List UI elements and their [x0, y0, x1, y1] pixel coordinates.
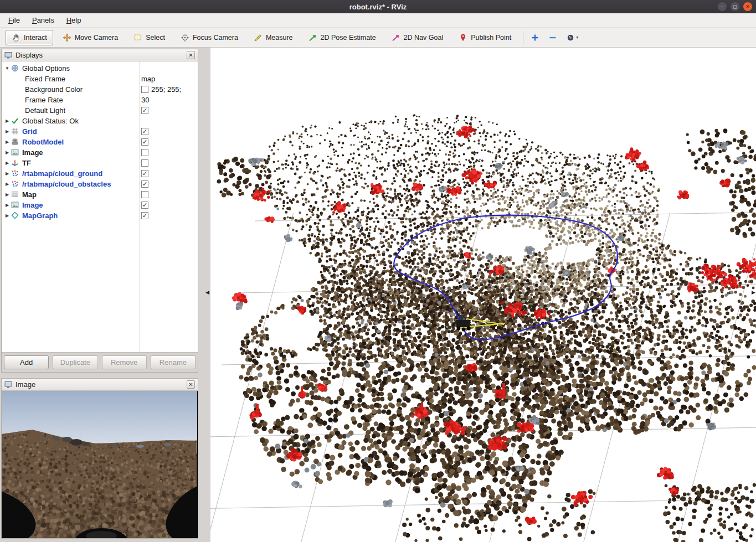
- tool-move-camera-button[interactable]: Move Camera: [56, 30, 125, 45]
- tree-row-left: Fixed Frame: [2, 74, 65, 84]
- tool-measure-button[interactable]: Measure: [248, 30, 299, 45]
- enabled-checkbox[interactable]: ✓: [141, 107, 148, 114]
- tree-row-rtabmap-cloud-obstacles[interactable]: ▶/rtabmap/cloud_obstacles✓: [2, 179, 198, 189]
- tree-row-value: [141, 158, 148, 168]
- displays-buttons-bar: AddDuplicateRemoveRename: [2, 352, 198, 372]
- expand-arrow-icon[interactable]: ▶: [3, 161, 11, 166]
- value-text[interactable]: 255; 255;: [151, 85, 181, 94]
- tree-row-rtabmap-cloud-ground[interactable]: ▶/rtabmap/cloud_ground✓: [2, 168, 198, 179]
- value-text[interactable]: 30: [141, 96, 149, 104]
- expand-arrow-icon[interactable]: ▶: [3, 171, 11, 176]
- expand-arrow-icon[interactable]: ▶: [3, 140, 11, 144]
- image-panel-header[interactable]: Image ✕: [2, 379, 198, 391]
- tree-row-left: ▶Map: [2, 189, 37, 200]
- move-camera-icon: [63, 33, 71, 42]
- expand-arrow-icon[interactable]: ▶: [3, 129, 11, 134]
- tree-row-image[interactable]: ▶Image✓: [2, 200, 198, 210]
- enabled-checkbox[interactable]: ✓: [141, 128, 148, 135]
- tree-row-label: Grid: [22, 127, 37, 136]
- tree-row-background-color[interactable]: Background Color255; 255;: [2, 84, 198, 95]
- enabled-checkbox[interactable]: [141, 149, 148, 156]
- tree-row-label: /rtabmap/cloud_obstacles: [22, 180, 111, 188]
- enabled-checkbox[interactable]: ✓: [141, 202, 148, 209]
- color-swatch[interactable]: [141, 86, 148, 93]
- tree-row-value: ✓: [141, 179, 148, 189]
- viewport: ▶: [210, 48, 756, 542]
- enabled-checkbox[interactable]: [141, 159, 148, 167]
- measure-icon: [254, 33, 263, 42]
- expand-arrow-icon[interactable]: ▶: [3, 118, 11, 123]
- image-canvas: [2, 391, 197, 538]
- remove-button[interactable]: Remove: [102, 355, 147, 369]
- tree-row-label: /rtabmap/cloud_ground: [22, 169, 102, 178]
- enabled-checkbox[interactable]: ✓: [141, 138, 148, 146]
- tree-row-label: Map: [22, 190, 37, 199]
- rename-button[interactable]: Rename: [151, 355, 196, 369]
- tree-row-label: Frame Rate: [25, 96, 63, 104]
- tool-focus-camera-button[interactable]: Focus Camera: [174, 30, 244, 45]
- enabled-checkbox[interactable]: ✓: [141, 170, 148, 177]
- displays-panel-header[interactable]: Displays ✕: [2, 49, 198, 61]
- tree-row-label: Image: [22, 201, 43, 209]
- toolbar-tools: InteractMove CameraSelectFocus CameraMea…: [6, 30, 517, 45]
- tree-row-left: ▶Grid: [2, 126, 37, 137]
- toolbar-extras: ▾: [529, 32, 580, 44]
- maximize-icon: ◻: [733, 4, 737, 9]
- mapgraph-icon: [11, 211, 19, 220]
- viewport-canvas[interactable]: [210, 48, 756, 542]
- tree-row-robotmodel[interactable]: ▶RobotModel✓: [2, 137, 198, 147]
- enabled-checkbox[interactable]: ✓: [141, 212, 148, 219]
- expand-arrow-icon[interactable]: ▶: [3, 203, 11, 208]
- tree-row-value: ✓: [141, 126, 148, 137]
- tree-row-global-status-ok[interactable]: ▶Global Status: Ok: [2, 116, 198, 126]
- tree-row-tf[interactable]: ▶TF: [2, 158, 198, 168]
- remove-tool-button[interactable]: [547, 32, 559, 44]
- tool-label: Focus Camera: [193, 34, 238, 42]
- value-text[interactable]: map: [141, 75, 155, 83]
- duplicate-button[interactable]: Duplicate: [53, 355, 97, 369]
- displays-panel-close-button[interactable]: ✕: [187, 51, 195, 59]
- tree-row-map[interactable]: ▶Map: [2, 189, 198, 200]
- tree-row-fixed-frame[interactable]: Fixed Framemap: [2, 74, 198, 84]
- menu-help[interactable]: Help: [60, 13, 88, 27]
- expand-arrow-icon[interactable]: ▶: [3, 213, 11, 218]
- add-button[interactable]: Add: [4, 355, 49, 369]
- tool-label: Select: [146, 34, 165, 42]
- enabled-checkbox[interactable]: [141, 191, 148, 198]
- tree-row-global-options[interactable]: ▼Global Options: [2, 63, 198, 74]
- maximize-button[interactable]: ◻: [731, 2, 739, 11]
- tool-label: Measure: [266, 34, 293, 42]
- menu-file[interactable]: File: [2, 13, 26, 27]
- tree-row-default-light[interactable]: Default Light✓: [2, 105, 198, 116]
- expand-arrow-icon[interactable]: ▶: [3, 150, 11, 155]
- tool-label: 2D Pose Estimate: [321, 34, 376, 42]
- tool-2d-pose-estimate-button[interactable]: 2D Pose Estimate: [302, 30, 382, 45]
- menu-panels[interactable]: Panels: [26, 13, 60, 27]
- expand-arrow-icon[interactable]: ▶: [3, 182, 11, 187]
- collapse-left-icon[interactable]: ◀: [205, 290, 209, 295]
- dropdown-arrow-icon: ▾: [576, 35, 578, 40]
- add-tool-button[interactable]: [529, 32, 541, 44]
- tool-2d-nav-goal-button[interactable]: 2D Nav Goal: [385, 30, 450, 45]
- menubar: FilePanelsHelp: [0, 13, 756, 28]
- tree-row-mapgraph[interactable]: ▶MapGraph✓: [2, 210, 198, 221]
- close-button[interactable]: ✕: [743, 2, 752, 11]
- collapse-arrow-icon[interactable]: ▼: [3, 66, 11, 71]
- tool-select-button[interactable]: Select: [127, 30, 171, 45]
- panel-dock-icon: [4, 381, 12, 389]
- tool-publish-point-button[interactable]: Publish Point: [452, 30, 517, 45]
- image-panel-close-button[interactable]: ✕: [187, 380, 195, 389]
- camera-tool-button[interactable]: ▾: [564, 32, 580, 44]
- tree-row-frame-rate[interactable]: Frame Rate30: [2, 95, 198, 105]
- minimize-button[interactable]: –: [718, 2, 727, 11]
- tree-row-grid[interactable]: ▶Grid✓: [2, 126, 198, 137]
- expand-arrow-icon[interactable]: ▶: [3, 192, 11, 197]
- tree-row-value: map: [141, 74, 155, 84]
- enabled-checkbox[interactable]: ✓: [141, 180, 148, 188]
- tool-interact-button[interactable]: Interact: [6, 30, 53, 45]
- minus-icon: [548, 33, 557, 42]
- collapse-right-icon[interactable]: ▶: [752, 290, 755, 295]
- panel-splitter[interactable]: ◀: [199, 48, 210, 542]
- tree-row-image[interactable]: ▶Image: [2, 147, 198, 158]
- titlebar[interactable]: robot.rviz* - RViz – ◻ ✕: [0, 0, 756, 13]
